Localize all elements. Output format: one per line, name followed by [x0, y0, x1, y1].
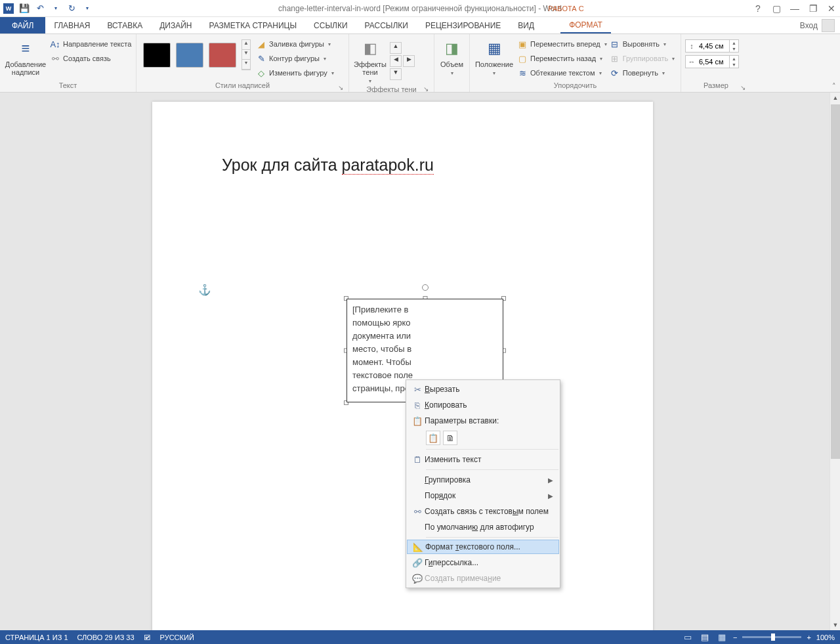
style-gallery[interactable]: ▲▼▾ [140, 35, 253, 74]
style-swatch-red[interactable] [209, 43, 236, 68]
change-shape-button[interactable]: ◇Изменить фигуру▾ [256, 66, 334, 80]
styles-dialog-launcher-icon[interactable]: ↘ [337, 84, 345, 92]
menu-order[interactable]: Порядок▶ [406, 488, 560, 504]
rotate-button[interactable]: ⟳Повернуть▾ [610, 66, 675, 80]
rotate-handle[interactable] [422, 284, 429, 291]
status-page[interactable]: СТРАНИЦА 1 ИЗ 1 [5, 633, 68, 641]
textbox-line: помощью ярко [352, 316, 497, 330]
gallery-scroll[interactable]: ▲▼▾ [242, 39, 251, 70]
menu-cut-rest: ырезать [430, 385, 459, 394]
align-button[interactable]: ⊟Выровнять▾ [610, 37, 675, 51]
web-layout-icon[interactable]: ▦ [716, 632, 728, 643]
print-layout-icon[interactable]: ▤ [699, 632, 711, 643]
height-spinner[interactable]: ↕ ▲▼ [685, 39, 739, 53]
qat-customize-icon[interactable]: ▾ [81, 3, 93, 14]
style-swatch-black[interactable] [143, 43, 171, 68]
tab-mailings[interactable]: РАССЫЛКИ [356, 17, 417, 33]
page-heading[interactable]: Урок для сайта paratapok.ru [222, 156, 434, 175]
textbox-line: документа или [352, 330, 497, 343]
tab-file[interactable]: ФАЙЛ [0, 17, 45, 33]
undo-dropdown-icon[interactable]: ▾ [50, 3, 62, 14]
menu-cut[interactable]: ✂Вырезать [406, 381, 560, 397]
height-icon: ↕ [686, 42, 698, 50]
redo-icon[interactable]: ↻ [66, 3, 77, 14]
tab-insert[interactable]: ВСТАВКА [98, 17, 151, 33]
collapse-ribbon-icon[interactable]: ˄ [832, 82, 836, 91]
save-icon[interactable]: 💾 [18, 3, 30, 14]
comment-icon: 💬 [410, 574, 425, 584]
login-area[interactable]: Вход [800, 17, 835, 33]
menu-create-textbox-link[interactable]: ⚯Создать связь с текстовым полем [406, 504, 560, 519]
shadow-nudge-right[interactable]: ▶ [403, 55, 415, 67]
shape-fill-button[interactable]: ◢Заливка фигуры▾ [256, 37, 334, 51]
menu-copy[interactable]: ⎘Копировать [406, 397, 560, 413]
tab-format[interactable]: ФОРМАТ [560, 17, 611, 33]
width-input[interactable] [698, 58, 729, 66]
text-direction-label: Направление текста [63, 40, 131, 48]
zoom-thumb[interactable] [771, 633, 775, 641]
volume-button[interactable]: ◨ Объем ▾ [438, 35, 465, 77]
width-up[interactable]: ▲ [730, 56, 738, 62]
menu-grouping[interactable]: Группировка▶ [406, 472, 560, 488]
style-swatch-blue[interactable] [176, 43, 203, 68]
help-icon[interactable]: ? [752, 3, 764, 14]
heading-text: Урок для сайта [222, 156, 342, 174]
shadow-nudge-down[interactable]: ▼ [390, 68, 402, 80]
vertical-scrollbar[interactable]: ▲ ▼ [830, 93, 840, 630]
zoom-out-icon[interactable]: − [733, 633, 737, 641]
menu-hyperlink[interactable]: 🔗Гиперссылка... [406, 555, 560, 570]
zoom-in-icon[interactable]: + [807, 633, 810, 641]
send-backward-button[interactable]: ▢Переместить назад▾ [517, 51, 607, 66]
zoom-slider[interactable] [742, 636, 801, 638]
undo-icon[interactable]: ↶ [34, 3, 46, 14]
height-down[interactable]: ▼ [730, 46, 738, 52]
add-caption-button[interactable]: ≡ Добавление надписи [4, 35, 47, 76]
minimize-icon[interactable]: — [789, 3, 801, 14]
status-words[interactable]: СЛОВО 29 ИЗ 33 [77, 633, 135, 641]
page[interactable]: Урок для сайта paratapok.ru ⚓ [Привлекит… [152, 102, 653, 630]
ribbon-display-options-icon[interactable]: ▢ [770, 3, 782, 14]
scroll-down-icon[interactable]: ▼ [830, 620, 840, 630]
width-down[interactable]: ▼ [730, 62, 738, 68]
menu-edit-text[interactable]: 🗒Изменить текст [406, 452, 560, 467]
proofing-icon[interactable]: 🗹 [144, 633, 151, 641]
tab-layout[interactable]: РАЗМЕТКА СТРАНИЦЫ [201, 17, 306, 33]
menu-default-autoshapes[interactable]: По умолчанию для автофигур [406, 519, 560, 535]
align-icon: ⊟ [610, 39, 620, 49]
create-link-button[interactable]: ⚯ Создать связь [50, 51, 131, 66]
restore-icon[interactable]: ❐ [807, 3, 819, 14]
submenu-arrow-icon: ▶ [548, 492, 553, 500]
text-wrap-button[interactable]: ≋Обтекание текстом▾ [517, 66, 607, 80]
read-mode-icon[interactable]: ▭ [682, 632, 694, 643]
height-up[interactable]: ▲ [730, 40, 738, 46]
shape-outline-button[interactable]: ✎Контур фигуры▾ [256, 51, 334, 66]
tab-view[interactable]: ВИД [509, 17, 543, 33]
tab-home[interactable]: ГЛАВНАЯ [45, 17, 98, 33]
tab-review[interactable]: РЕЦЕНЗИРОВАНИЕ [417, 17, 509, 33]
size-dialog-launcher-icon[interactable]: ↘ [739, 84, 747, 92]
tab-design[interactable]: ДИЗАЙН [151, 17, 200, 33]
width-spinner[interactable]: ↔ ▲▼ [685, 55, 739, 68]
paste-option-1[interactable]: 📋 [426, 431, 440, 445]
shadow-nudge-left[interactable]: ◀ [390, 55, 402, 67]
text-direction-button[interactable]: A↕ Направление текста [50, 37, 131, 51]
status-lang[interactable]: РУССКИЙ [160, 633, 194, 641]
scroll-up-icon[interactable]: ▲ [830, 93, 840, 103]
group-label: Группировать [623, 54, 669, 62]
scroll-thumb[interactable] [831, 104, 840, 459]
height-input[interactable] [698, 42, 729, 50]
align-label: Выровнять [623, 40, 660, 48]
zoom-percent[interactable]: 100% [816, 633, 835, 641]
group-caption-styles: ▲▼▾ ◢Заливка фигуры▾ ✎Контур фигуры▾ ◇Из… [136, 34, 349, 92]
quick-access-toolbar: W 💾 ↶ ▾ ↻ ▾ [0, 0, 96, 16]
text-direction-icon: A↕ [50, 39, 60, 49]
shadow-nudge-up[interactable]: ▲ [390, 42, 402, 54]
bring-forward-button[interactable]: ▣Переместить вперед▾ [517, 37, 607, 51]
position-button[interactable]: ▦ Положение ▾ [474, 35, 514, 77]
paste-option-2[interactable]: 🗎 [443, 431, 457, 445]
close-icon[interactable]: ✕ [826, 3, 837, 14]
shadow-effects-button[interactable]: ◧ Эффекты тени ▾ [353, 35, 387, 85]
tab-references[interactable]: ССЫЛКИ [305, 17, 356, 33]
menu-separator [426, 469, 558, 470]
menu-format-textbox[interactable]: 📐Формат текстового поля... [407, 540, 559, 554]
